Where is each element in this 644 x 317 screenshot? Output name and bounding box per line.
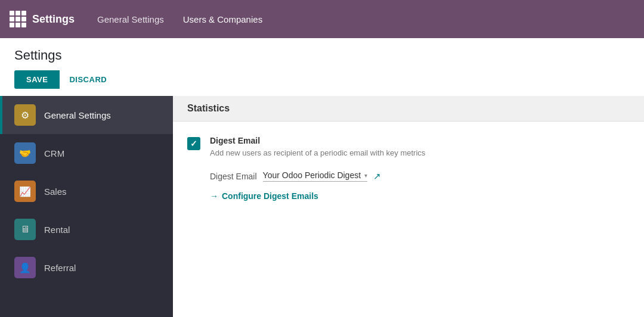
rental-icon: 🖥	[14, 219, 36, 240]
sidebar-label-general-settings: General Settings	[44, 110, 111, 120]
crm-icon: 🤝	[14, 142, 36, 164]
discard-button[interactable]: DISCARD	[60, 70, 116, 89]
digest-email-label: Digest Email	[210, 136, 630, 145]
digest-email-setting: ✓ Digest Email Add new users as recipien…	[187, 136, 630, 158]
action-bar: SAVE DISCARD	[14, 70, 630, 89]
referral-icon: 👤	[14, 257, 36, 278]
checkmark-icon: ✓	[190, 139, 197, 148]
digest-field-row: Digest Email Your Odoo Periodic Digest ▾…	[210, 170, 630, 182]
digest-field-label: Digest Email	[210, 172, 257, 181]
dropdown-arrow-icon: ▾	[364, 172, 367, 179]
topbar-nav: General Settings Users & Companies	[89, 10, 271, 29]
app-logo[interactable]: Settings	[10, 11, 75, 27]
page-header: Settings SAVE DISCARD	[0, 38, 644, 89]
external-link-icon[interactable]: ↗	[373, 171, 381, 182]
configure-digest-emails-link[interactable]: → Configure Digest Emails	[210, 191, 630, 201]
topbar: Settings General Settings Users & Compan…	[0, 0, 644, 38]
page-title: Settings	[14, 48, 630, 63]
page-container: Settings SAVE DISCARD ⚙ General Settings…	[0, 38, 644, 317]
sidebar: ⚙ General Settings 🤝 CRM 📈 Sales 🖥 Renta…	[0, 96, 173, 317]
app-name: Settings	[32, 13, 75, 26]
save-button[interactable]: SAVE	[14, 70, 60, 89]
sidebar-item-sales[interactable]: 📈 Sales	[0, 172, 173, 210]
sidebar-item-general-settings[interactable]: ⚙ General Settings	[0, 96, 173, 134]
arrow-right-icon: →	[210, 191, 218, 201]
section-body: ✓ Digest Email Add new users as recipien…	[173, 122, 644, 215]
sidebar-item-referral[interactable]: 👤 Referral	[0, 248, 173, 287]
sidebar-label-sales: Sales	[44, 187, 67, 197]
content-panel: Statistics ✓ Digest Email Add new users …	[173, 96, 644, 317]
nav-users-companies[interactable]: Users & Companies	[175, 10, 271, 29]
sidebar-item-rental[interactable]: 🖥 Rental	[0, 210, 173, 248]
general-settings-icon: ⚙	[14, 104, 36, 126]
sidebar-item-crm[interactable]: 🤝 CRM	[0, 134, 173, 172]
digest-email-select[interactable]: Your Odoo Periodic Digest ▾	[263, 170, 367, 182]
sidebar-label-crm: CRM	[44, 148, 64, 158]
main-content: ⚙ General Settings 🤝 CRM 📈 Sales 🖥 Renta…	[0, 96, 644, 317]
sales-icon: 📈	[14, 181, 36, 202]
sidebar-label-rental: Rental	[44, 225, 70, 235]
digest-email-description: Add new users as recipient of a periodic…	[210, 148, 630, 158]
digest-email-info: Digest Email Add new users as recipient …	[210, 136, 630, 158]
nav-general-settings[interactable]: General Settings	[89, 10, 172, 29]
digest-select-value: Your Odoo Periodic Digest	[263, 170, 361, 180]
sidebar-label-referral: Referral	[44, 263, 76, 273]
configure-link-label: Configure Digest Emails	[222, 191, 318, 201]
digest-email-checkbox[interactable]: ✓	[187, 137, 200, 150]
section-header-statistics: Statistics	[173, 96, 644, 122]
grid-icon	[10, 11, 26, 27]
